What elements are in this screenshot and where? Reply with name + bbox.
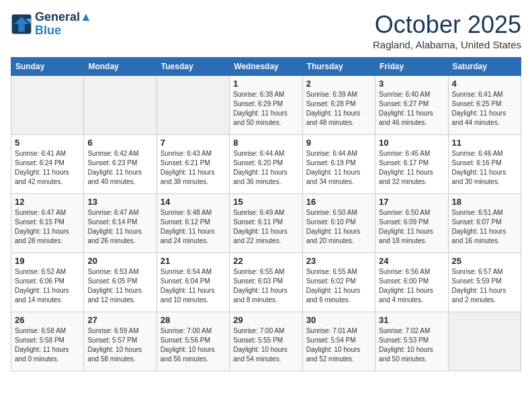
day-info: Sunrise: 6:53 AMSunset: 6:05 PMDaylight:… <box>87 267 152 305</box>
day-number: 23 <box>306 256 371 266</box>
calendar-cell: 26Sunrise: 6:58 AMSunset: 5:58 PMDayligh… <box>11 312 84 371</box>
day-number: 6 <box>87 138 152 148</box>
calendar-cell <box>157 76 229 135</box>
day-number: 30 <box>306 315 371 325</box>
calendar-cell: 12Sunrise: 6:47 AMSunset: 6:15 PMDayligh… <box>11 194 84 253</box>
calendar-table: SundayMondayTuesdayWednesdayThursdayFrid… <box>11 57 521 371</box>
day-info: Sunrise: 6:45 AMSunset: 6:17 PMDaylight:… <box>379 149 444 187</box>
day-info: Sunrise: 6:57 AMSunset: 5:59 PMDaylight:… <box>452 267 517 305</box>
day-info: Sunrise: 6:39 AMSunset: 6:28 PMDaylight:… <box>306 90 371 128</box>
day-number: 20 <box>87 256 152 266</box>
calendar-cell: 14Sunrise: 6:48 AMSunset: 6:12 PMDayligh… <box>157 194 229 253</box>
calendar-cell: 9Sunrise: 6:44 AMSunset: 6:19 PMDaylight… <box>302 135 375 194</box>
day-number: 12 <box>15 197 80 207</box>
calendar-cell: 1Sunrise: 6:38 AMSunset: 6:29 PMDaylight… <box>230 76 302 135</box>
calendar-cell: 11Sunrise: 6:46 AMSunset: 6:16 PMDayligh… <box>448 135 521 194</box>
day-info: Sunrise: 6:56 AMSunset: 6:00 PMDaylight:… <box>379 267 444 305</box>
month-title: October 2025 <box>373 11 521 39</box>
weekday-header-friday: Friday <box>375 58 448 76</box>
day-info: Sunrise: 6:43 AMSunset: 6:21 PMDaylight:… <box>161 149 226 187</box>
day-number: 2 <box>306 79 371 89</box>
calendar-cell: 31Sunrise: 7:02 AMSunset: 5:53 PMDayligh… <box>375 312 448 371</box>
calendar-cell: 28Sunrise: 7:00 AMSunset: 5:56 PMDayligh… <box>157 312 229 371</box>
day-info: Sunrise: 6:47 AMSunset: 6:15 PMDaylight:… <box>15 208 80 246</box>
day-number: 11 <box>452 138 517 148</box>
day-info: Sunrise: 6:41 AMSunset: 6:25 PMDaylight:… <box>452 90 517 128</box>
day-number: 8 <box>233 138 298 148</box>
calendar-cell: 27Sunrise: 6:59 AMSunset: 5:57 PMDayligh… <box>84 312 157 371</box>
day-info: Sunrise: 6:41 AMSunset: 6:24 PMDaylight:… <box>15 149 80 187</box>
day-number: 18 <box>452 197 517 207</box>
day-info: Sunrise: 7:01 AMSunset: 5:54 PMDaylight:… <box>306 326 371 364</box>
calendar-cell: 19Sunrise: 6:52 AMSunset: 6:06 PMDayligh… <box>11 253 84 312</box>
weekday-header-tuesday: Tuesday <box>157 58 229 76</box>
day-number: 26 <box>15 315 80 325</box>
calendar-cell: 17Sunrise: 6:50 AMSunset: 6:09 PMDayligh… <box>375 194 448 253</box>
day-number: 22 <box>233 256 298 266</box>
calendar-cell: 25Sunrise: 6:57 AMSunset: 5:59 PMDayligh… <box>448 253 521 312</box>
day-number: 1 <box>233 79 298 89</box>
calendar-cell: 2Sunrise: 6:39 AMSunset: 6:28 PMDaylight… <box>302 76 375 135</box>
page-header: General▲ Blue October 2025 Ragland, Alab… <box>11 11 521 50</box>
calendar-cell: 20Sunrise: 6:53 AMSunset: 6:05 PMDayligh… <box>84 253 157 312</box>
day-number: 16 <box>306 197 371 207</box>
title-block: October 2025 Ragland, Alabama, United St… <box>373 11 521 50</box>
day-info: Sunrise: 6:44 AMSunset: 6:19 PMDaylight:… <box>306 149 371 187</box>
weekday-header-saturday: Saturday <box>448 58 521 76</box>
calendar-cell: 30Sunrise: 7:01 AMSunset: 5:54 PMDayligh… <box>302 312 375 371</box>
day-number: 21 <box>161 256 226 266</box>
calendar-cell: 24Sunrise: 6:56 AMSunset: 6:00 PMDayligh… <box>375 253 448 312</box>
day-number: 28 <box>161 315 226 325</box>
day-number: 24 <box>379 256 444 266</box>
calendar-cell <box>11 76 84 135</box>
calendar-cell: 3Sunrise: 6:40 AMSunset: 6:27 PMDaylight… <box>375 76 448 135</box>
logo: General▲ Blue <box>11 11 92 38</box>
weekday-header-thursday: Thursday <box>302 58 375 76</box>
day-info: Sunrise: 6:44 AMSunset: 6:20 PMDaylight:… <box>233 149 298 187</box>
calendar-cell: 18Sunrise: 6:51 AMSunset: 6:07 PMDayligh… <box>448 194 521 253</box>
calendar-cell: 29Sunrise: 7:00 AMSunset: 5:55 PMDayligh… <box>230 312 302 371</box>
location-title: Ragland, Alabama, United States <box>373 39 521 50</box>
day-info: Sunrise: 7:00 AMSunset: 5:56 PMDaylight:… <box>161 326 226 364</box>
day-number: 4 <box>452 79 517 89</box>
calendar-cell: 8Sunrise: 6:44 AMSunset: 6:20 PMDaylight… <box>230 135 302 194</box>
day-info: Sunrise: 6:38 AMSunset: 6:29 PMDaylight:… <box>233 90 298 128</box>
calendar-cell: 16Sunrise: 6:50 AMSunset: 6:10 PMDayligh… <box>302 194 375 253</box>
day-info: Sunrise: 6:47 AMSunset: 6:14 PMDaylight:… <box>87 208 152 246</box>
day-info: Sunrise: 6:50 AMSunset: 6:09 PMDaylight:… <box>379 208 444 246</box>
day-info: Sunrise: 6:48 AMSunset: 6:12 PMDaylight:… <box>161 208 226 246</box>
day-info: Sunrise: 6:40 AMSunset: 6:27 PMDaylight:… <box>379 90 444 128</box>
calendar-cell: 23Sunrise: 6:55 AMSunset: 6:02 PMDayligh… <box>302 253 375 312</box>
calendar-cell <box>448 312 521 371</box>
day-number: 31 <box>379 315 444 325</box>
logo-icon <box>11 13 32 35</box>
weekday-header-monday: Monday <box>84 58 157 76</box>
calendar-cell: 10Sunrise: 6:45 AMSunset: 6:17 PMDayligh… <box>375 135 448 194</box>
calendar-cell: 7Sunrise: 6:43 AMSunset: 6:21 PMDaylight… <box>157 135 229 194</box>
day-number: 5 <box>15 138 80 148</box>
day-number: 7 <box>161 138 226 148</box>
day-info: Sunrise: 6:42 AMSunset: 6:23 PMDaylight:… <box>87 149 152 187</box>
calendar-cell: 15Sunrise: 6:49 AMSunset: 6:11 PMDayligh… <box>230 194 302 253</box>
day-number: 19 <box>15 256 80 266</box>
day-number: 17 <box>379 197 444 207</box>
day-info: Sunrise: 6:55 AMSunset: 6:02 PMDaylight:… <box>306 267 371 305</box>
calendar-cell: 5Sunrise: 6:41 AMSunset: 6:24 PMDaylight… <box>11 135 84 194</box>
day-info: Sunrise: 6:52 AMSunset: 6:06 PMDaylight:… <box>15 267 80 305</box>
day-info: Sunrise: 6:49 AMSunset: 6:11 PMDaylight:… <box>233 208 298 246</box>
day-number: 10 <box>379 138 444 148</box>
day-info: Sunrise: 6:58 AMSunset: 5:58 PMDaylight:… <box>15 326 80 364</box>
weekday-header-sunday: Sunday <box>11 58 84 76</box>
weekday-header-wednesday: Wednesday <box>230 58 302 76</box>
day-info: Sunrise: 6:54 AMSunset: 6:04 PMDaylight:… <box>161 267 226 305</box>
day-info: Sunrise: 7:02 AMSunset: 5:53 PMDaylight:… <box>379 326 444 364</box>
day-info: Sunrise: 6:46 AMSunset: 6:16 PMDaylight:… <box>452 149 517 187</box>
calendar-cell <box>84 76 157 135</box>
day-info: Sunrise: 7:00 AMSunset: 5:55 PMDaylight:… <box>233 326 298 364</box>
day-number: 13 <box>87 197 152 207</box>
calendar-cell: 6Sunrise: 6:42 AMSunset: 6:23 PMDaylight… <box>84 135 157 194</box>
day-number: 3 <box>379 79 444 89</box>
day-info: Sunrise: 6:50 AMSunset: 6:10 PMDaylight:… <box>306 208 371 246</box>
day-info: Sunrise: 6:55 AMSunset: 6:03 PMDaylight:… <box>233 267 298 305</box>
day-number: 15 <box>233 197 298 207</box>
